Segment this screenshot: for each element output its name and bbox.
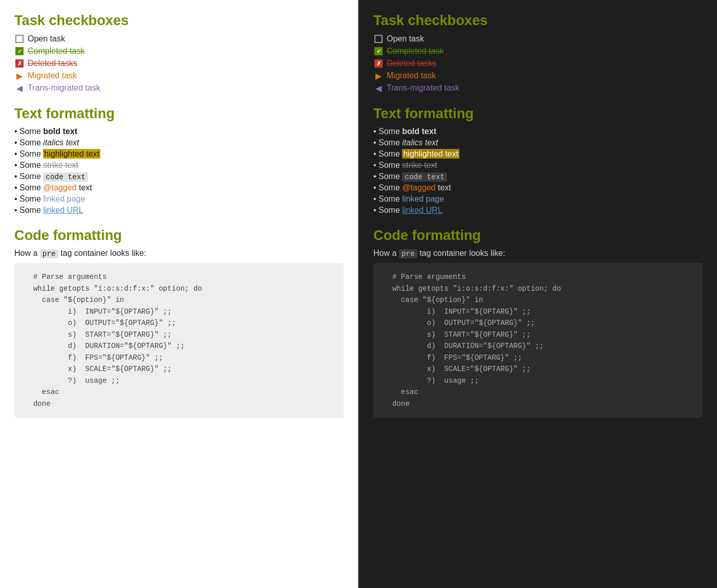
task-completed-dark: ✓ Completed task xyxy=(373,46,703,56)
code-text-dark: code text xyxy=(402,172,447,182)
migrated-label-light: Migrated task xyxy=(28,71,77,80)
task-list-light: Open task ✓ Completed task ✗ Deleted tas… xyxy=(14,34,344,93)
linked-page-dark[interactable]: linked page xyxy=(402,194,444,203)
text-code-dark: Some code text xyxy=(373,172,703,181)
bold-text-dark: bold text xyxy=(402,127,436,136)
text-list-dark: Some bold text Some italics text Some hi… xyxy=(373,127,703,215)
task-deleted-light: ✗ Deleted tasks xyxy=(14,58,344,69)
task-checkboxes-heading-light: Task checkboxes xyxy=(14,12,344,29)
text-formatting-heading-dark: Text formatting xyxy=(373,105,703,122)
deleted-icon-light: ✗ xyxy=(14,58,25,69)
code-formatting-heading-light: Code formatting xyxy=(14,227,344,244)
open-label-light: Open task xyxy=(28,34,65,43)
task-transmigrated-light: ◀ Trans-migrated task xyxy=(14,83,344,93)
text-linked-url-light: Some linked URL xyxy=(14,206,344,215)
migrated-label-dark: Migrated task xyxy=(387,71,436,80)
transmigrated-icon-dark: ◀ xyxy=(373,83,384,93)
open-icon-dark xyxy=(373,34,384,44)
text-bold-light: Some bold text xyxy=(14,127,344,136)
tagged-text-light: @tagged xyxy=(43,183,76,192)
task-list-dark: Open task ✓ Completed task ✗ Deleted tas… xyxy=(373,34,703,93)
strike-text-light: strike text xyxy=(43,161,78,169)
text-strike-dark: Some strike text xyxy=(373,161,703,170)
highlight-text-dark: highlighted text xyxy=(402,149,459,159)
open-icon-light xyxy=(14,34,25,44)
task-checkboxes-heading-dark: Task checkboxes xyxy=(373,12,703,29)
code-block-light: # Parse arguments while getopts "i:o:s:d… xyxy=(14,263,344,418)
completed-icon-dark: ✓ xyxy=(373,46,384,56)
pre-inline-dark: pre xyxy=(399,249,417,258)
tagged-text-dark: @tagged xyxy=(402,183,435,192)
text-strike-light: Some strike text xyxy=(14,161,344,170)
text-linked-page-dark: Some linked page xyxy=(373,194,703,204)
task-transmigrated-dark: ◀ Trans-migrated task xyxy=(373,83,703,93)
text-linked-url-dark: Some linked URL xyxy=(373,206,703,215)
linked-url-dark[interactable]: linked URL xyxy=(402,206,442,214)
text-highlight-light: Some highlighted text xyxy=(14,149,344,159)
code-intro-light: How a pre tag container looks like: xyxy=(14,249,344,258)
task-open-light: Open task xyxy=(14,34,344,44)
text-italic-light: Some italics text xyxy=(14,138,344,147)
text-tagged-dark: Some @tagged text xyxy=(373,183,703,192)
transmigrated-label-light: Trans-migrated task xyxy=(28,83,100,93)
migrated-icon-light: ▶ xyxy=(14,71,25,81)
task-migrated-light: ▶ Migrated task xyxy=(14,71,344,81)
deleted-label-dark: Deleted tasks xyxy=(387,59,436,68)
highlight-text-light: highlighted text xyxy=(43,149,100,159)
linked-url-light[interactable]: linked URL xyxy=(43,206,83,214)
code-block-dark: # Parse arguments while getopts "i:o:s:d… xyxy=(373,263,703,418)
pre-inline-light: pre xyxy=(40,249,58,258)
linked-page-light[interactable]: linked page xyxy=(43,194,85,203)
completed-label-light: Completed task xyxy=(28,47,85,56)
bold-text-light: bold text xyxy=(43,127,77,136)
transmigrated-label-dark: Trans-migrated task xyxy=(387,83,459,93)
light-panel: Task checkboxes Open task ✓ Completed ta… xyxy=(0,0,358,588)
text-code-light: Some code text xyxy=(14,172,344,181)
text-bold-dark: Some bold text xyxy=(373,127,703,136)
dark-panel: Task checkboxes Open task ✓ Completed ta… xyxy=(359,0,717,588)
text-list-light: Some bold text Some italics text Some hi… xyxy=(14,127,344,215)
text-linked-page-light: Some linked page xyxy=(14,194,344,204)
task-completed-light: ✓ Completed task xyxy=(14,46,344,56)
text-highlight-dark: Some highlighted text xyxy=(373,149,703,159)
code-text-light: code text xyxy=(43,172,88,182)
deleted-icon-dark: ✗ xyxy=(373,58,384,69)
text-italic-dark: Some italics text xyxy=(373,138,703,147)
completed-label-dark: Completed task xyxy=(387,47,444,56)
text-tagged-light: Some @tagged text xyxy=(14,183,344,192)
completed-icon-light: ✓ xyxy=(14,46,25,56)
task-migrated-dark: ▶ Migrated task xyxy=(373,71,703,81)
strike-text-dark: strike text xyxy=(402,161,437,169)
migrated-icon-dark: ▶ xyxy=(373,71,384,81)
task-deleted-dark: ✗ Deleted tasks xyxy=(373,58,703,69)
italic-text-dark: italics text xyxy=(402,138,438,147)
open-label-dark: Open task xyxy=(387,34,424,43)
code-intro-dark: How a pre tag container looks like: xyxy=(373,249,703,258)
italic-text-light: italics text xyxy=(43,138,79,147)
deleted-label-light: Deleted tasks xyxy=(28,59,77,68)
transmigrated-icon-light: ◀ xyxy=(14,83,25,93)
text-formatting-heading-light: Text formatting xyxy=(14,105,344,122)
code-formatting-heading-dark: Code formatting xyxy=(373,227,703,244)
task-open-dark: Open task xyxy=(373,34,703,44)
